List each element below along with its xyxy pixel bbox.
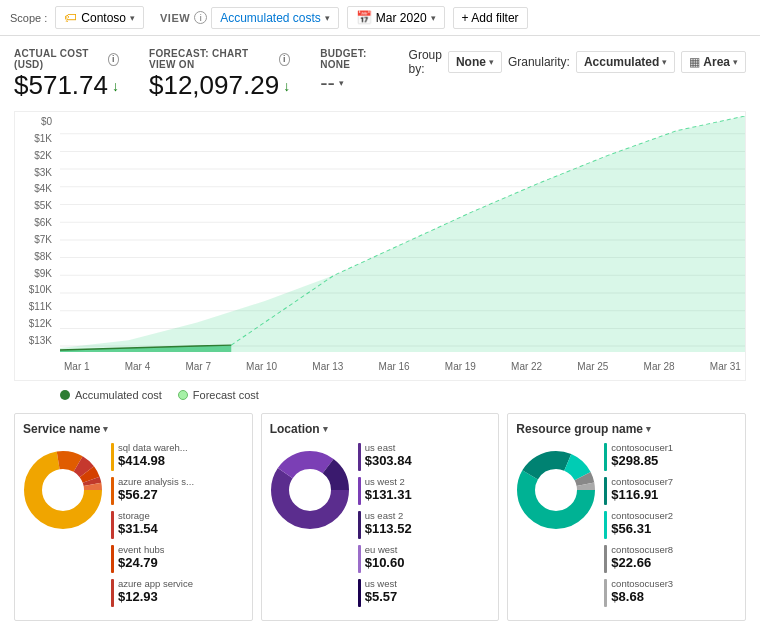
color-bar (111, 511, 114, 539)
scope-name: Contoso (81, 11, 126, 25)
item-info: eu west $10.60 (365, 544, 405, 570)
location-panel: Location ▾ (261, 413, 500, 621)
list-item: contosocuser1 $298.85 (604, 442, 737, 471)
item-info: contosocuser7 $116.91 (611, 476, 673, 502)
chart-type-dropdown[interactable]: ▦ Area ▾ (681, 51, 746, 73)
top-bar: Scope : 🏷 Contoso ▾ VIEW i Accumulated c… (0, 0, 760, 36)
list-item: us west $5.57 (358, 578, 491, 607)
list-item: us east $303.84 (358, 442, 491, 471)
color-bar (111, 579, 114, 607)
item-info: event hubs $24.79 (118, 544, 164, 570)
chevron-down-icon: ▾ (103, 424, 108, 434)
budget-value: -- ▾ (320, 70, 378, 96)
svg-point-29 (290, 470, 330, 510)
view-button[interactable]: Accumulated costs ▾ (211, 7, 339, 29)
color-bar (111, 443, 114, 471)
item-info: contosocuser1 $298.85 (611, 442, 673, 468)
resource-list: contosocuser1 $298.85 contosocuser7 $116… (604, 442, 737, 612)
granularity-dropdown[interactable]: Accumulated ▾ (576, 51, 675, 73)
cost-chart: $13K $12K $11K $10K $9K $8K $7K $6K $5K … (14, 111, 746, 381)
service-name-panel: Service name ▾ (14, 413, 253, 621)
location-header[interactable]: Location ▾ (270, 422, 491, 436)
forecast-cost-dot (178, 390, 188, 400)
metrics-row: ACTUAL COST (USD) i $571.74 ↓ FORECAST: … (14, 48, 746, 101)
view-name: Accumulated costs (220, 11, 321, 25)
chevron-down-icon: ▾ (733, 57, 738, 67)
color-bar (604, 579, 607, 607)
view-info-icon[interactable]: i (194, 11, 207, 24)
scope-button[interactable]: 🏷 Contoso ▾ (55, 6, 144, 29)
scope-label: Scope : (10, 12, 47, 24)
forecast-info-icon[interactable]: i (279, 53, 290, 66)
color-bar (604, 511, 607, 539)
color-bar (604, 443, 607, 471)
y-axis: $13K $12K $11K $10K $9K $8K $7K $6K $5K … (15, 112, 60, 350)
color-bar (358, 477, 361, 505)
chevron-down-icon: ▾ (339, 78, 344, 88)
forecast-cost-value: $12,097.29 ↓ (149, 70, 290, 101)
color-bar (358, 545, 361, 573)
chevron-down-icon: ▾ (431, 13, 436, 23)
service-list: sql data wareh... $414.98 azure analysis… (111, 442, 244, 612)
forecast-cost-legend-label: Forecast cost (193, 389, 259, 401)
service-donut (23, 450, 103, 530)
list-item: us west 2 $131.31 (358, 476, 491, 505)
add-filter-label: + Add filter (462, 11, 519, 25)
list-item: contosocuser7 $116.91 (604, 476, 737, 505)
chevron-down-icon: ▾ (662, 57, 667, 67)
item-info: storage $31.54 (118, 510, 158, 536)
color-bar (111, 477, 114, 505)
chevron-down-icon: ▾ (325, 13, 330, 23)
actual-info-icon[interactable]: i (108, 53, 119, 66)
item-info: azure analysis s... $56.27 (118, 476, 194, 502)
color-bar (111, 545, 114, 573)
color-bar (604, 545, 607, 573)
calendar-icon: 📅 (356, 10, 372, 25)
location-donut (270, 450, 350, 530)
color-bar (358, 579, 361, 607)
service-panel-body: sql data wareh... $414.98 azure analysis… (23, 442, 244, 612)
resource-group-title: Resource group name (516, 422, 643, 436)
bottom-panels: Service name ▾ (14, 413, 746, 621)
actual-cost-group: ACTUAL COST (USD) i $571.74 ↓ (14, 48, 119, 101)
location-title: Location (270, 422, 320, 436)
chevron-down-icon: ▾ (489, 57, 494, 67)
add-filter-button[interactable]: + Add filter (453, 7, 528, 29)
list-item: contosocuser3 $8.68 (604, 578, 737, 607)
granularity-label: Granularity: (508, 55, 570, 69)
service-name-header[interactable]: Service name ▾ (23, 422, 244, 436)
view-section: VIEW i Accumulated costs ▾ (160, 7, 339, 29)
group-by-dropdown[interactable]: None ▾ (448, 51, 502, 73)
actual-cost-value: $571.74 ↓ (14, 70, 119, 101)
item-info: azure app service $12.93 (118, 578, 193, 604)
chart-svg-container (60, 116, 745, 352)
resource-panel-body: contosocuser1 $298.85 contosocuser7 $116… (516, 442, 737, 612)
main-content: ACTUAL COST (USD) i $571.74 ↓ FORECAST: … (0, 36, 760, 626)
resource-group-panel: Resource group name ▾ (507, 413, 746, 621)
forecast-cost-label: FORECAST: CHART VIEW ON i (149, 48, 290, 70)
resource-donut (516, 450, 596, 530)
view-label: VIEW (160, 12, 190, 24)
list-item: sql data wareh... $414.98 (111, 442, 244, 471)
down-arrow-icon: ↓ (112, 78, 119, 94)
accumulated-cost-legend-label: Accumulated cost (75, 389, 162, 401)
date-button[interactable]: 📅 Mar 2020 ▾ (347, 6, 445, 29)
color-bar (358, 511, 361, 539)
item-info: us west 2 $131.31 (365, 476, 412, 502)
svg-point-22 (43, 470, 83, 510)
list-item: storage $31.54 (111, 510, 244, 539)
list-item: eu west $10.60 (358, 544, 491, 573)
item-info: sql data wareh... $414.98 (118, 442, 188, 468)
resource-group-header[interactable]: Resource group name ▾ (516, 422, 737, 436)
item-info: contosocuser8 $22.66 (611, 544, 673, 570)
area-chart-icon: ▦ (689, 55, 700, 69)
group-by-label: Group by: (409, 48, 442, 76)
chart-legend: Accumulated cost Forecast cost (14, 387, 746, 409)
item-info: us west $5.57 (365, 578, 398, 604)
list-item: azure analysis s... $56.27 (111, 476, 244, 505)
item-info: contosocuser2 $56.31 (611, 510, 673, 536)
service-name-title: Service name (23, 422, 100, 436)
list-item: contosocuser8 $22.66 (604, 544, 737, 573)
chevron-down-icon: ▾ (130, 13, 135, 23)
forecast-cost-legend: Forecast cost (178, 389, 259, 401)
